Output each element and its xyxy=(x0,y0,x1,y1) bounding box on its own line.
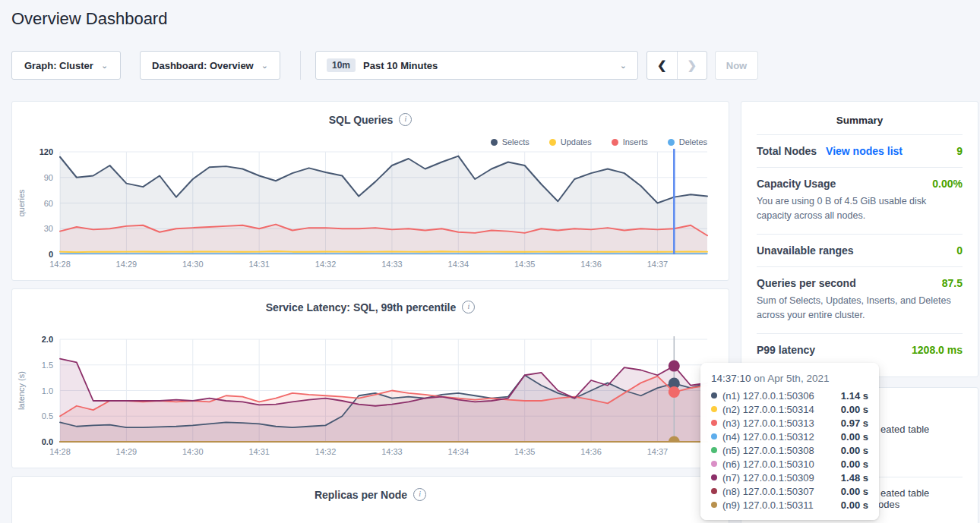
toolbar-divider xyxy=(300,51,301,80)
next-timeframe-button[interactable]: ❯ xyxy=(678,52,707,79)
svg-text:14:32: 14:32 xyxy=(315,447,337,456)
svg-text:14:28: 14:28 xyxy=(49,447,71,456)
total-nodes-value: 9 xyxy=(956,145,963,157)
graph-dropdown-label: Graph: Cluster xyxy=(24,60,93,71)
svg-text:60: 60 xyxy=(44,199,53,208)
summary-row-p99: P99 latency 1208.0 ms xyxy=(757,333,963,366)
tooltip-row: (n5) 127.0.0.1:503080.00 s xyxy=(711,443,868,457)
chevron-down-icon: ⌄ xyxy=(620,61,627,71)
legend-dot xyxy=(549,139,556,146)
page-title: Overview Dashboard xyxy=(11,9,167,29)
chevron-down-icon: ⌄ xyxy=(261,61,268,71)
graph-dropdown[interactable]: Graph: Cluster ⌄ xyxy=(11,51,121,80)
summary-panel: Summary Total Nodes View nodes list 9 Ca… xyxy=(741,101,978,377)
chart-title-row: SQL Queries i xyxy=(12,113,729,126)
node-address: (n3) 127.0.0.1:50313 xyxy=(722,417,814,429)
node-latency-value: 0.00 s xyxy=(841,445,868,456)
node-address: (n8) 127.0.0.1:50307 xyxy=(722,486,814,497)
node-address: (n1) 127.0.0.1:50306 xyxy=(722,390,814,402)
tooltip-row: (n8) 127.0.0.1:503070.00 s xyxy=(711,484,868,498)
svg-text:90: 90 xyxy=(44,173,53,182)
time-range-label: Past 10 Minutes xyxy=(363,60,438,71)
node-latency-value: 0.00 s xyxy=(841,486,868,497)
sql-queries-chart[interactable]: 14:2814:2914:3014:3114:3214:3314:3414:35… xyxy=(12,146,730,276)
node-latency-value: 0.97 s xyxy=(841,417,868,429)
svg-text:latency (s): latency (s) xyxy=(17,371,26,410)
svg-text:30: 30 xyxy=(44,224,53,233)
dashboard-dropdown[interactable]: Dashboard: Overview ⌄ xyxy=(140,51,280,80)
info-icon[interactable]: i xyxy=(399,113,412,126)
svg-text:14:35: 14:35 xyxy=(514,447,536,456)
summary-row-qps: Queries per second 87.5 Sum of Selects, … xyxy=(757,266,963,333)
svg-text:queries: queries xyxy=(17,189,26,217)
node-color-dot xyxy=(711,447,717,453)
svg-text:14:29: 14:29 xyxy=(116,447,138,456)
chevron-down-icon: ⌄ xyxy=(101,61,108,71)
node-latency-value: 0.00 s xyxy=(841,431,868,443)
node-address: (n2) 127.0.0.1:50314 xyxy=(722,404,814,415)
svg-text:120: 120 xyxy=(40,147,53,156)
chart-title-row: Service Latency: SQL, 99th percentile i xyxy=(12,301,729,313)
node-address: (n6) 127.0.0.1:50310 xyxy=(722,458,814,470)
svg-text:14:30: 14:30 xyxy=(182,260,204,269)
dashboard-dropdown-label: Dashboard: Overview xyxy=(152,60,254,71)
legend-dot xyxy=(612,139,618,146)
capacity-usage-subtext: You are using 0 B of 4.5 GiB usable disk… xyxy=(757,194,963,224)
tooltip-date: on Apr 5th, 2021 xyxy=(754,373,829,384)
node-color-dot xyxy=(711,502,717,508)
summary-row-total-nodes: Total Nodes View nodes list 9 xyxy=(757,134,963,167)
service-latency-chart[interactable]: 14:2814:2914:3014:3114:3214:3314:3414:35… xyxy=(12,333,730,464)
replicas-per-node-title: Replicas per Node xyxy=(315,489,407,501)
svg-text:14:33: 14:33 xyxy=(381,260,403,269)
service-latency-title: Service Latency: SQL, 99th percentile xyxy=(266,301,457,313)
svg-text:0.5: 0.5 xyxy=(42,411,53,421)
svg-text:14:33: 14:33 xyxy=(381,447,403,456)
node-latency-value: 1.14 s xyxy=(841,390,868,402)
node-address: (n7) 127.0.0.1:50309 xyxy=(722,472,814,484)
event-text-fragment: odes xyxy=(878,499,899,510)
tooltip-row: (n2) 127.0.0.1:503140.00 s xyxy=(711,402,868,416)
now-button[interactable]: Now xyxy=(715,51,758,80)
node-address: (n4) 127.0.0.1:50312 xyxy=(722,431,814,443)
svg-text:14:37: 14:37 xyxy=(647,260,669,269)
svg-text:1.5: 1.5 xyxy=(42,361,53,370)
capacity-usage-label: Capacity Usage xyxy=(757,178,836,190)
queries-per-second-subtext: Sum of Selects, Updates, Inserts, and De… xyxy=(757,294,963,323)
node-color-dot xyxy=(711,420,717,426)
previous-timeframe-button[interactable]: ❮ xyxy=(647,52,678,79)
node-color-dot xyxy=(711,392,717,399)
node-color-dot xyxy=(711,406,717,412)
event-text-fragment: eated table xyxy=(880,424,929,435)
info-icon[interactable]: i xyxy=(462,301,475,313)
svg-text:14:28: 14:28 xyxy=(49,260,71,269)
unavailable-ranges-label: Unavailable ranges xyxy=(757,244,854,257)
tooltip-timestamp: 14:37:10 on Apr 5th, 2021 xyxy=(711,373,868,384)
time-range-badge: 10m xyxy=(327,58,356,72)
svg-text:14:36: 14:36 xyxy=(580,447,602,456)
time-range-dropdown[interactable]: 10m Past 10 Minutes ⌄ xyxy=(315,51,638,80)
sql-queries-title: SQL Queries xyxy=(329,114,394,126)
tooltip-row: (n6) 127.0.0.1:503100.00 s xyxy=(711,457,868,471)
tooltip-row: (n7) 127.0.0.1:503091.48 s xyxy=(711,471,868,484)
tooltip-row: (n1) 127.0.0.1:503061.14 s xyxy=(711,389,868,402)
queries-per-second-value: 87.5 xyxy=(942,277,963,289)
view-nodes-list-link[interactable]: View nodes list xyxy=(826,145,903,157)
node-color-dot xyxy=(711,474,717,480)
node-address: (n5) 127.0.0.1:50308 xyxy=(722,445,814,456)
svg-text:14:29: 14:29 xyxy=(116,260,138,269)
node-latency-value: 0.00 s xyxy=(841,404,868,415)
chart-hover-tooltip: 14:37:10 on Apr 5th, 2021 (n1) 127.0.0.1… xyxy=(700,363,879,520)
svg-text:14:31: 14:31 xyxy=(248,447,270,456)
node-latency-value: 1.48 s xyxy=(841,472,868,484)
event-text-fragment: eated table xyxy=(880,487,929,499)
summary-row-capacity: Capacity Usage 0.00% You are using 0 B o… xyxy=(757,167,963,234)
sql-queries-card: SQL Queries i SelectsUpdatesInsertsDelet… xyxy=(11,101,729,281)
p99-latency-value: 1208.0 ms xyxy=(912,344,963,356)
tooltip-node-list: (n1) 127.0.0.1:503061.14 s(n2) 127.0.0.1… xyxy=(711,389,868,512)
svg-text:0: 0 xyxy=(49,250,53,259)
svg-text:14:34: 14:34 xyxy=(448,447,469,456)
chart-title-row: Replicas per Node i xyxy=(12,488,729,501)
info-icon[interactable]: i xyxy=(413,488,426,501)
node-latency-value: 0.00 s xyxy=(841,458,868,470)
queries-per-second-label: Queries per second xyxy=(757,277,856,289)
